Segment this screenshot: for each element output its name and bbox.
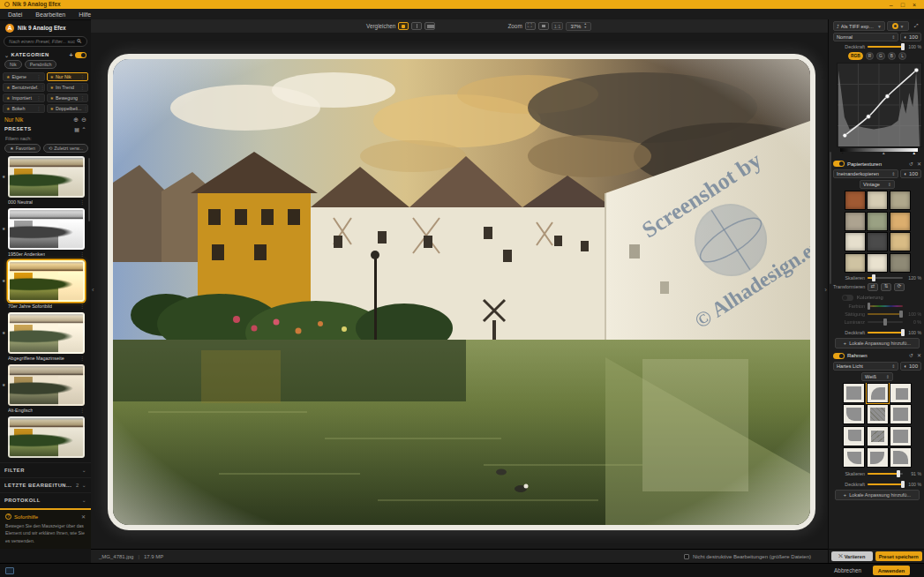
spinner-icon[interactable]: ▲▼ xyxy=(583,23,586,28)
reset-icon[interactable]: ↺ xyxy=(909,161,913,167)
preset-menu-icon[interactable]: ⋮ xyxy=(80,303,86,309)
kategorien-header[interactable]: ⌄ KATEGORIEN + xyxy=(0,49,91,60)
remove-panel-icon[interactable]: ✕ xyxy=(917,161,921,167)
menu-bearbeiten[interactable]: Bearbeiten xyxy=(35,11,65,18)
channel-b[interactable]: B xyxy=(888,52,896,60)
frame-swatch[interactable] xyxy=(843,426,865,446)
image-canvas[interactable]: Screenshot by © Alhadesign.eu ‹ › xyxy=(91,33,828,549)
app-taskbar-icon[interactable] xyxy=(5,567,14,574)
favorite-star-icon[interactable]: ★ xyxy=(2,382,5,387)
luminanz-slider[interactable] xyxy=(868,321,903,323)
rotate-icon[interactable]: ⟳ xyxy=(894,283,905,291)
preset-menu-icon[interactable]: ⋮ xyxy=(80,199,86,205)
loupe-button[interactable]: ▼ xyxy=(887,21,909,31)
preset-list[interactable]: ★000 Neutral⋮★1950er Andenken⋮★70er Jahr… xyxy=(0,154,91,462)
frame-intensity-box[interactable]: ◐ 100 xyxy=(900,362,921,371)
texture-swatch[interactable] xyxy=(845,212,866,231)
preset-item[interactable]: ★70er Jahre Sofortbild⋮ xyxy=(0,260,91,310)
preset-thumbnail[interactable] xyxy=(8,364,85,406)
preset-speichern-button[interactable]: Preset speichern xyxy=(875,551,922,561)
texture-swatch[interactable] xyxy=(845,232,866,251)
main-image[interactable]: Screenshot by © Alhadesign.eu xyxy=(113,59,810,525)
anwenden-button[interactable]: Anwenden xyxy=(873,566,910,575)
left-panel-collapse-handle[interactable]: ‹ xyxy=(92,287,94,294)
papiertexturen-toggle[interactable] xyxy=(833,161,845,167)
preset-item-partial[interactable] xyxy=(0,416,91,458)
close-icon[interactable]: × xyxy=(913,2,916,8)
zoom-one-to-one[interactable]: 1:1 xyxy=(552,22,564,30)
preset-item[interactable]: ★000 Neutral⋮ xyxy=(0,156,91,206)
category-item[interactable]: ★Im Trend⋮ xyxy=(47,83,89,92)
frame-swatch[interactable] xyxy=(867,426,889,446)
channel-r[interactable]: R xyxy=(866,52,874,60)
close-icon[interactable]: ✕ xyxy=(81,513,86,520)
kategorien-toggle[interactable] xyxy=(75,52,86,58)
search-box[interactable]: 🔍︎ xyxy=(4,36,87,47)
filter-section-header[interactable]: FILTER ⌄ xyxy=(0,462,91,477)
collapse-all-icon[interactable]: ⊖ xyxy=(81,116,86,123)
compare-split-icon[interactable] xyxy=(411,22,422,30)
frame-swatch[interactable] xyxy=(843,404,865,424)
preset-item[interactable]: ★Abgegriffene Magazinseite⋮ xyxy=(0,312,91,362)
texture-swatch[interactable] xyxy=(867,212,888,231)
favorite-star-icon[interactable]: ★ xyxy=(2,226,5,231)
kolorierung-toggle[interactable] xyxy=(842,295,853,301)
expand-all-icon[interactable]: ⊕ xyxy=(73,116,79,123)
menu-hilfe[interactable]: Hilfe xyxy=(79,11,91,18)
letzte-bearbeitungen-header[interactable]: LETZTE BEARBEITUN... 2 ⌄ xyxy=(0,477,91,492)
texture-swatch[interactable] xyxy=(867,191,888,210)
farbton-slider[interactable] xyxy=(868,305,903,307)
frame-swatch[interactable] xyxy=(867,447,889,468)
right-panel-collapse-handle[interactable]: › xyxy=(824,287,827,294)
add-local-adjustment-button[interactable]: + Lokale Anpassung hinzufü... xyxy=(835,490,920,500)
variieren-button[interactable]: ⤫ Variieren xyxy=(831,551,873,561)
channel-l[interactable]: L xyxy=(898,52,906,60)
texture-swatch[interactable] xyxy=(845,253,866,273)
texture-swatch[interactable] xyxy=(845,191,866,210)
maximize-icon[interactable]: □ xyxy=(901,2,905,8)
favorite-star-icon[interactable]: ★ xyxy=(2,174,5,179)
texture-swatch[interactable] xyxy=(867,253,888,273)
compare-overlay-icon[interactable] xyxy=(398,22,409,30)
texture-swatch[interactable] xyxy=(867,232,888,251)
black-point-marker[interactable]: ▪ xyxy=(842,152,844,156)
texture-deckkraft-slider[interactable] xyxy=(868,332,903,333)
tone-curve[interactable]: ▪ ▲ ▲ xyxy=(837,63,920,156)
category-item[interactable]: ★Bewegung⋮ xyxy=(47,94,89,102)
preset-item[interactable]: ★Alt-Englisch⋮ xyxy=(0,364,91,414)
preset-menu-icon[interactable]: ⋮ xyxy=(80,356,86,361)
preset-menu-icon[interactable]: ⋮ xyxy=(80,251,86,257)
preset-item[interactable]: ★1950er Andenken⋮ xyxy=(0,208,91,258)
channel-rgb[interactable]: RGB xyxy=(848,52,863,60)
preset-thumbnail[interactable] xyxy=(8,208,85,250)
chevron-up-icon[interactable]: ⌃ xyxy=(81,126,86,132)
preset-filter-favoriten[interactable]: ★Favoriten xyxy=(4,144,41,153)
preset-scrollbar[interactable] xyxy=(88,158,90,221)
kategorien-pill-persönlich[interactable]: Persönlich xyxy=(25,60,57,69)
zoom-fit-icon[interactable] xyxy=(525,22,536,30)
curve-point[interactable] xyxy=(914,68,919,72)
reset-icon[interactable]: ↺ xyxy=(909,353,913,358)
frame-swatch[interactable] xyxy=(890,447,912,468)
presets-header[interactable]: PRESETS ▤ ⌃ xyxy=(0,124,91,134)
frame-swatch[interactable] xyxy=(867,383,889,403)
texture-category-select[interactable]: Vintage⇕ xyxy=(860,180,895,189)
frame-swatch[interactable] xyxy=(843,383,865,403)
frame-swatch[interactable] xyxy=(890,383,912,403)
collapse-panel-icon[interactable]: ⤢ xyxy=(911,21,921,31)
zoom-value-select[interactable]: 37% ▲▼ xyxy=(566,22,590,31)
menu-datei[interactable]: Datei xyxy=(8,11,22,18)
frame-skalieren-slider[interactable] xyxy=(868,473,903,475)
blend-mode-select[interactable]: Normal⇕ xyxy=(833,33,898,41)
texture-intensity-box[interactable]: ◐ 100 xyxy=(900,169,921,178)
category-item[interactable]: ★Doppelbeli...⋮ xyxy=(47,104,89,113)
preset-filter-zuletzt-verw-[interactable]: ⟲Zuletzt verw... xyxy=(43,144,88,153)
protokoll-header[interactable]: PROTOKOLL ⌄ xyxy=(0,492,91,507)
zoom-fill-icon[interactable] xyxy=(538,22,549,30)
preset-thumbnail[interactable] xyxy=(8,156,85,198)
favorite-star-icon[interactable]: ★ xyxy=(2,330,5,335)
remove-panel-icon[interactable]: ✕ xyxy=(917,353,921,358)
saettigung-slider[interactable] xyxy=(868,313,903,315)
white-point-marker[interactable]: ▲ xyxy=(913,152,916,156)
texture-blend-select[interactable]: Ineinanderkopieren⇕ xyxy=(833,169,898,178)
